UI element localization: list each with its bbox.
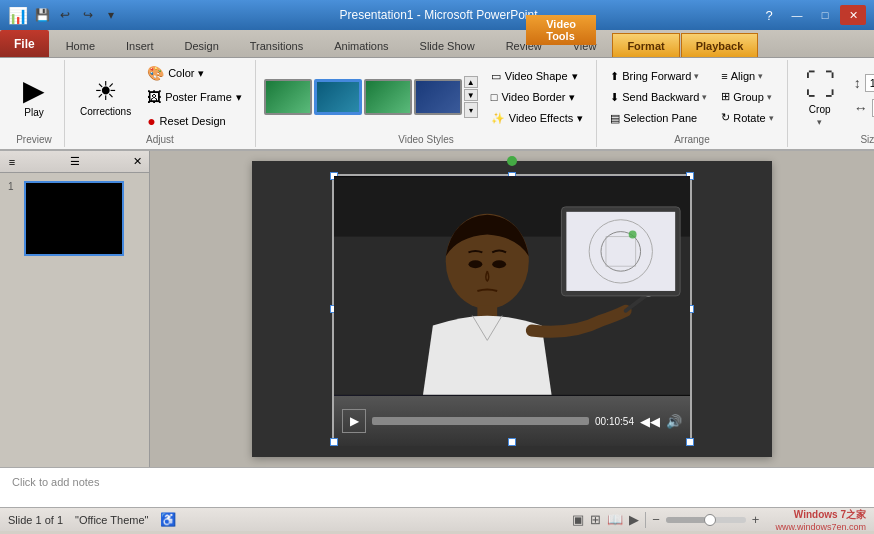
window-title: Presentation1 - Microsoft PowerPoint — [121, 8, 756, 22]
tab-transitions[interactable]: Transitions — [235, 33, 318, 57]
arrange-group-label: Arrange — [674, 134, 710, 145]
align-button[interactable]: ≡ Align ▾ — [716, 67, 778, 85]
slide-panel: ≡ ☰ ✕ 1 — [0, 151, 150, 467]
poster-frame-icon: 🖼 — [147, 89, 161, 105]
zoom-in-icon[interactable]: + — [752, 512, 760, 527]
handle-bot-left[interactable] — [330, 438, 338, 446]
tab-animations[interactable]: Animations — [319, 33, 403, 57]
zoom-slider[interactable] — [666, 517, 746, 523]
title-bar-left: 📊 💾 ↩ ↪ ▾ — [8, 5, 121, 25]
tab-file[interactable]: File — [0, 30, 49, 57]
tab-insert[interactable]: Insert — [111, 33, 169, 57]
arrange-sub-group: ⬆ Bring Forward ▾ ⬇ Send Backward ▾ ▤ Se… — [605, 67, 712, 128]
style-scroll-down[interactable]: ▼ — [464, 89, 478, 101]
panel-outline-tab[interactable]: ☰ — [67, 154, 83, 170]
video-frame — [334, 176, 690, 396]
group-icon: ⊞ — [721, 90, 730, 103]
style-thumb-1[interactable] — [264, 79, 312, 115]
rotate-icon: ↻ — [721, 111, 730, 124]
style-scroll-more[interactable]: ▾ — [464, 102, 478, 118]
app-icon: 📊 — [8, 6, 28, 25]
adjust-group-content: ☀ Corrections 🎨 Color ▾ 🖼 Poster Frame ▾… — [73, 62, 247, 132]
handle-bot-right[interactable] — [686, 438, 694, 446]
accessibility-icon[interactable]: ♿ — [160, 512, 176, 527]
adjust-group-label: Adjust — [146, 134, 174, 145]
slide-canvas: ▶ 00:10:54 ◀◀ 🔊 — [150, 151, 874, 467]
zoom-slider-thumb[interactable] — [704, 514, 716, 526]
window-controls: ? — □ ✕ — [756, 5, 866, 25]
video-tools-badge: Video Tools — [526, 15, 596, 45]
style-thumb-4[interactable] — [414, 79, 462, 115]
close-button[interactable]: ✕ — [840, 5, 866, 25]
group-button[interactable]: ⊞ Group ▾ — [716, 87, 778, 106]
redo-button[interactable]: ↪ — [78, 5, 98, 25]
tab-playback[interactable]: Playback — [681, 33, 759, 57]
rotate-handle[interactable] — [507, 156, 517, 166]
video-container[interactable]: ▶ 00:10:54 ◀◀ 🔊 — [332, 174, 692, 444]
title-bar: 📊 💾 ↩ ↪ ▾ Presentation1 - Microsoft Powe… — [0, 0, 874, 30]
ribbon-group-arrange: ⬆ Bring Forward ▾ ⬇ Send Backward ▾ ▤ Se… — [597, 60, 787, 147]
slide-sorter-icon[interactable]: ⊞ — [590, 512, 601, 527]
tab-design[interactable]: Design — [170, 33, 234, 57]
quick-access-more-button[interactable]: ▾ — [101, 5, 121, 25]
maximize-button[interactable]: □ — [812, 5, 838, 25]
reading-view-icon[interactable]: 📖 — [607, 512, 623, 527]
ribbon-group-size: ⛶ Crop ▾ ↕ ▲ ▼ ↔ ▲ ▼ — [788, 60, 874, 147]
preview-group-content: ▶ Play — [12, 62, 56, 132]
main-area: ≡ ☰ ✕ 1 — [0, 151, 874, 467]
video-options-group: ▭ Video Shape ▾ □ Video Border ▾ ✨ Video… — [486, 67, 588, 128]
height-input[interactable] — [865, 74, 874, 92]
handle-bot-mid[interactable] — [508, 438, 516, 446]
style-scroll-buttons: ▲ ▼ ▾ — [464, 76, 478, 118]
status-bar: Slide 1 of 1 "Office Theme" ♿ ▣ ⊞ 📖 ▶ − … — [0, 507, 874, 531]
help-button[interactable]: ? — [756, 5, 782, 25]
notes-placeholder: Click to add notes — [12, 476, 99, 488]
reset-design-button[interactable]: ● Reset Design — [142, 110, 247, 132]
zoom-out-icon[interactable]: − — [652, 512, 660, 527]
style-thumb-3[interactable] — [364, 79, 412, 115]
video-shape-icon: ▭ — [491, 70, 501, 83]
slide-thumbnail-1[interactable] — [24, 181, 124, 256]
color-button[interactable]: 🎨 Color ▾ — [142, 62, 247, 84]
selection-pane-icon: ▤ — [610, 112, 620, 125]
volume-icon[interactable]: ◀◀ — [640, 414, 660, 429]
selection-pane-button[interactable]: ▤ Selection Pane — [605, 109, 712, 128]
slideshow-icon[interactable]: ▶ — [629, 512, 639, 527]
video-border-button[interactable]: □ Video Border ▾ — [486, 88, 588, 107]
poster-frame-button[interactable]: 🖼 Poster Frame ▾ — [142, 86, 247, 108]
normal-view-icon[interactable]: ▣ — [572, 512, 584, 527]
video-progress-bar[interactable] — [372, 417, 589, 425]
tab-home[interactable]: Home — [51, 33, 110, 57]
rotate-button[interactable]: ↻ Rotate ▾ — [716, 108, 778, 127]
video-effects-button[interactable]: ✨ Video Effects ▾ — [486, 109, 588, 128]
ribbon-group-adjust: ☀ Corrections 🎨 Color ▾ 🖼 Poster Frame ▾… — [65, 60, 256, 147]
reset-icon: ● — [147, 113, 155, 129]
svg-point-11 — [629, 231, 637, 239]
notes-area[interactable]: Click to add notes — [0, 467, 874, 507]
video-play-button[interactable]: ▶ — [342, 409, 366, 433]
send-backward-button[interactable]: ⬇ Send Backward ▾ — [605, 88, 712, 107]
slide-panel-header: ≡ ☰ ✕ — [0, 151, 149, 173]
width-row: ↔ ▲ ▼ — [854, 99, 874, 117]
svg-rect-8 — [566, 212, 675, 291]
adjust-sub-group: 🎨 Color ▾ 🖼 Poster Frame ▾ ● Reset Desig… — [142, 62, 247, 132]
play-icon: ▶ — [23, 77, 45, 105]
panel-close-button[interactable]: ✕ — [129, 154, 145, 170]
volume-button[interactable]: 🔊 — [666, 414, 682, 429]
crop-button[interactable]: ⛶ Crop ▾ — [796, 63, 844, 132]
undo-button[interactable]: ↩ — [55, 5, 75, 25]
tab-slideshow[interactable]: Slide Show — [405, 33, 490, 57]
corrections-button[interactable]: ☀ Corrections — [73, 74, 138, 121]
video-shape-button[interactable]: ▭ Video Shape ▾ — [486, 67, 588, 86]
style-scroll-up[interactable]: ▲ — [464, 76, 478, 88]
save-button[interactable]: 💾 — [32, 5, 52, 25]
slide-thumbnails: 1 — [0, 173, 149, 467]
bring-forward-button[interactable]: ⬆ Bring Forward ▾ — [605, 67, 712, 86]
tab-format[interactable]: Format — [612, 33, 679, 57]
send-backward-icon: ⬇ — [610, 91, 619, 104]
minimize-button[interactable]: — — [784, 5, 810, 25]
preview-group-label: Preview — [16, 134, 52, 145]
style-thumb-2[interactable] — [314, 79, 362, 115]
play-button[interactable]: ▶ Play — [12, 73, 56, 122]
panel-slides-tab[interactable]: ≡ — [4, 154, 20, 170]
